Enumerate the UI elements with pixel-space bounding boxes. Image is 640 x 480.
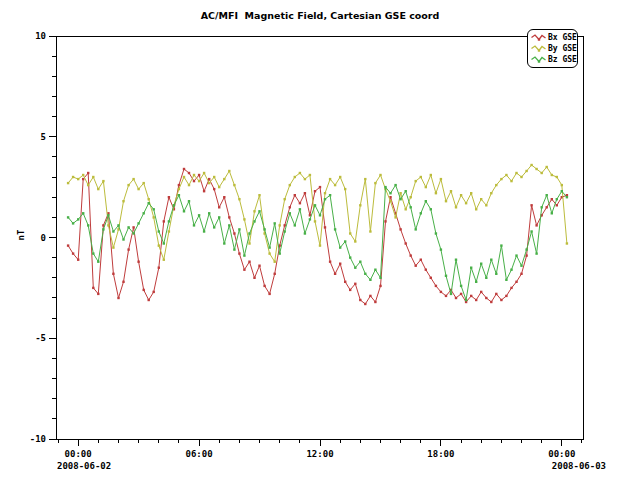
data-point-marker [394,184,396,186]
legend-item-by-gse: By GSE [531,43,575,54]
data-point-marker [258,210,260,212]
data-point-marker [359,299,361,301]
data-point-marker [490,192,492,194]
data-point-marker [299,202,301,204]
data-point-marker [253,277,255,279]
data-point-marker [495,293,497,295]
data-point-marker [480,198,482,200]
data-point-marker [268,252,270,254]
data-point-marker [561,190,563,192]
data-point-marker [198,180,200,182]
data-point-marker [329,261,331,263]
data-point-marker [410,254,412,256]
data-point-marker [420,259,422,261]
data-point-marker [188,184,190,186]
data-point-marker [354,267,356,269]
data-point-marker [455,206,457,208]
data-point-marker [349,232,351,234]
data-point-marker [339,263,341,265]
data-point-marker [218,216,220,218]
data-point-marker [485,204,487,206]
data-point-marker [274,222,276,224]
data-point-marker [253,210,255,212]
data-point-marker [72,252,74,254]
data-point-marker [465,202,467,204]
legend: Bx GSEBy GSEBz GSE [527,29,578,68]
data-point-marker [193,180,195,182]
data-point-marker [233,248,235,250]
data-point-marker [364,303,366,305]
data-point-marker [173,204,175,206]
data-point-marker [425,269,427,271]
data-point-marker [470,295,472,297]
data-point-marker [213,226,215,228]
data-point-marker [117,224,119,226]
data-point-marker [102,228,104,230]
data-point-marker [294,194,296,196]
data-point-marker [379,174,381,176]
data-point-marker [112,246,114,248]
data-point-marker [158,244,160,246]
data-point-marker [228,224,230,226]
data-point-marker [143,289,145,291]
data-point-marker [168,230,170,232]
data-point-marker [289,206,291,208]
data-point-marker [490,301,492,303]
data-point-marker [450,190,452,192]
y-tick-label: -10 [30,434,46,444]
data-point-marker [490,259,492,261]
series-line-bx-gse [68,169,567,304]
data-point-marker [309,218,311,220]
data-point-marker [253,220,255,222]
data-point-marker [268,293,270,295]
data-point-marker [530,230,532,232]
data-point-marker [137,261,139,263]
data-point-marker [505,279,507,281]
data-point-marker [556,198,558,200]
data-point-marker [168,196,170,198]
data-point-marker [430,208,432,210]
data-point-marker [238,228,240,230]
data-point-marker [510,287,512,289]
data-point-marker [238,198,240,200]
data-point-marker [168,220,170,222]
data-point-marker [425,200,427,202]
data-point-marker [556,176,558,178]
data-point-marker [430,174,432,176]
series-markers-bx-gse [67,168,568,305]
y-tick-label: 0 [41,233,46,243]
legend-item-label: Bx GSE [548,33,577,42]
data-point-marker [410,206,412,208]
data-point-marker [289,184,291,186]
chart-window: AC/MFI Magnetic Field, Cartesian GSE coo… [0,0,640,480]
data-point-marker [107,224,109,226]
data-point-marker [440,248,442,250]
data-point-marker [82,212,84,214]
x-tick-label: 06:00 [186,449,213,459]
data-point-marker [344,240,346,242]
data-point-marker [500,299,502,301]
data-point-marker [263,228,265,230]
x-tick-labels: 00:0006:0012:0018:0000:002008-06-022008-… [57,449,606,471]
data-point-marker [445,295,447,297]
data-point-marker [520,273,522,275]
data-point-marker [243,254,245,256]
data-point-marker [349,289,351,291]
data-point-marker [510,269,512,271]
data-point-marker [535,168,537,170]
data-point-marker [208,178,210,180]
data-point-marker [193,224,195,226]
data-point-marker [415,180,417,182]
data-point-marker [137,222,139,224]
data-point-marker [158,230,160,232]
data-point-marker [132,226,134,228]
data-point-marker [334,184,336,186]
data-point-marker [384,220,386,222]
data-point-marker [505,295,507,297]
x-tick-label: 18:00 [427,449,454,459]
data-point-marker [515,254,517,256]
data-point-marker [248,242,250,244]
data-point-marker [566,196,568,198]
data-point-marker [520,176,522,178]
data-point-marker [334,273,336,275]
